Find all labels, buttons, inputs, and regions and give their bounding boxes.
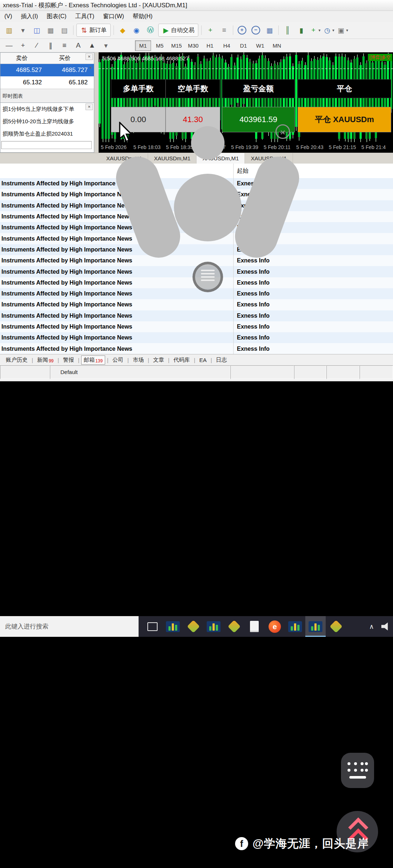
window-titlebar[interactable]: xness-Trial - 模拟帐户 - Exness Technologies…: [0, 0, 393, 11]
auto-trading-button[interactable]: ▶自动交易: [158, 24, 198, 37]
close-position-button[interactable]: 平仓 XAUUSDm: [298, 107, 391, 132]
volume-icon[interactable]: [381, 622, 391, 631]
timeframe-h4[interactable]: H4: [219, 40, 235, 51]
indicators-icon[interactable]: +: [203, 24, 217, 36]
terminal-mail-row[interactable]: Instruments Affected by High Importance …: [0, 288, 393, 299]
timeframe-m5[interactable]: M5: [152, 40, 168, 51]
market-watch-row[interactable]: 65.13265.182: [0, 76, 94, 89]
menu-item-2[interactable]: 插入(I): [16, 13, 42, 20]
terminal-mail-row[interactable]: Instruments Affected by High Importance …: [0, 255, 393, 266]
column-header-sell[interactable]: 卖价: [0, 55, 43, 62]
new-chart-icon[interactable]: ▥: [2, 24, 16, 36]
timeframe-mn[interactable]: MN: [269, 40, 285, 51]
terminal-tab-9[interactable]: EA: [197, 356, 209, 364]
new-chart-icon-glyph: ▥: [5, 26, 13, 35]
toolbar-separator: [278, 25, 279, 35]
terminal-mail-row[interactable]: Instruments Affected by High Importance …: [0, 321, 393, 332]
text-tool-icon[interactable]: A: [71, 39, 85, 52]
terminal-tab-1[interactable]: 账户历史: [4, 356, 30, 364]
chart-time-axis: 5 Feb 20265 Feb 18:035 Feb 18:355 Feb 19…: [99, 142, 393, 153]
taskbar-search-input[interactable]: 此键入进行搜索: [0, 616, 139, 637]
profiles-icon[interactable]: ◫: [30, 24, 44, 36]
navigator-search-input[interactable]: [1, 141, 92, 149]
menu-item-3[interactable]: 图表(C): [42, 13, 71, 20]
mt4-setup-1-icon[interactable]: [183, 616, 203, 637]
timeframe-h1[interactable]: H1: [202, 40, 218, 51]
market-watch-scroll-down-icon[interactable]: ▼: [89, 66, 92, 70]
terminal-tab-2[interactable]: 新闻99: [35, 356, 56, 364]
community-icon[interactable]: ◉: [130, 24, 143, 36]
timeframe-m15[interactable]: M15: [168, 40, 184, 51]
terminal-mail-row[interactable]: Instruments Affected by High Importance …: [0, 332, 393, 343]
terminal-tab-4[interactable]: 邮箱139: [81, 355, 105, 365]
terminal-mail-row[interactable]: Instruments Affected by High Importance …: [0, 310, 393, 321]
notepad-icon[interactable]: [244, 616, 265, 637]
arrows-tool-icon[interactable]: ▲: [85, 39, 99, 52]
mql5-web-icon[interactable]: Ⓦ: [143, 24, 157, 36]
terminal-tab-6[interactable]: 市场: [131, 356, 146, 364]
market-watch-row[interactable]: 4685.5274685.727: [0, 64, 94, 76]
toolbar-separator: [73, 25, 74, 35]
terminal-tab-10[interactable]: 日志: [214, 356, 229, 364]
crosshair-tool-icon[interactable]: +: [16, 39, 30, 52]
navigator-item-1[interactable]: 损1分钟5当上穿均线做多下单: [0, 103, 94, 115]
panel-splitter[interactable]: [94, 52, 99, 153]
overlay-close-button[interactable]: ×: [275, 124, 290, 139]
menu-item-5[interactable]: 窗口(W): [99, 13, 128, 20]
keyboard-fab-button[interactable]: [341, 753, 374, 788]
timeframe-bar: M1M5M15M30H1H4D1W1MN: [135, 40, 285, 51]
templates-icon[interactable]: ▣▾: [336, 24, 350, 36]
zoom-in-icon[interactable]: +: [235, 24, 249, 36]
draw-more-caret-icon[interactable]: ▾: [99, 39, 113, 52]
tile-windows-icon[interactable]: ▦: [263, 24, 277, 36]
column-header-from[interactable]: 起始: [237, 167, 249, 175]
alerts-icon[interactable]: ◆: [116, 24, 130, 36]
add-indicator-icon[interactable]: +▾: [308, 24, 322, 36]
timeframe-m1[interactable]: M1: [135, 40, 151, 51]
zoom-out-icon[interactable]: −: [249, 24, 263, 36]
navigator-item-3[interactable]: 损顺势加仓止盈止损2024031: [0, 128, 94, 140]
terminal-mail-row[interactable]: Instruments Affected by High Importance …: [0, 343, 393, 354]
menu-item-4[interactable]: 工具(T): [71, 13, 99, 20]
terminal-tab-7[interactable]: 文章: [151, 356, 166, 364]
terminal-tab-3[interactable]: 警报: [61, 356, 76, 364]
bar-style-icon[interactable]: ║: [281, 24, 294, 36]
objects-list-icon[interactable]: ≡: [217, 24, 231, 36]
chart-canvas[interactable]: 5.506 4688.506 4685.168 4688.527 [博弈]多空 …: [99, 52, 393, 142]
data-window-icon[interactable]: ▤: [57, 24, 71, 36]
candle-style-icon[interactable]: ▮: [294, 24, 308, 36]
mt4-terminal-3-icon[interactable]: [285, 616, 305, 637]
mt4-terminal-2-icon[interactable]: [203, 616, 224, 637]
task-view-icon[interactable]: [142, 616, 163, 637]
navigator-item-2[interactable]: 损5分钟10-20当上穿均线做多: [0, 115, 94, 128]
timeframe-m30[interactable]: M30: [185, 40, 201, 51]
market-watch-tab-charts[interactable]: 即时图表: [3, 93, 23, 100]
terminal-tab-5[interactable]: 公司: [110, 356, 126, 364]
chart-tab-2[interactable]: XAUUSDm,M1: [148, 153, 196, 164]
mt4-terminal-4-icon[interactable]: [305, 616, 326, 637]
market-watch-close-icon[interactable]: ×: [86, 53, 93, 60]
mt4-setup-2-icon[interactable]: [224, 616, 244, 637]
mt4-terminal-1-icon[interactable]: [163, 616, 183, 637]
fibonacci-tool-icon[interactable]: ≡: [57, 39, 71, 52]
menu-item-6[interactable]: 帮助(H): [128, 13, 157, 20]
new-order-button[interactable]: ⇅新订单: [76, 24, 111, 37]
browser-icon[interactable]: e: [265, 616, 285, 637]
terminal-mail-row[interactable]: Instruments Affected by High Importance …: [0, 299, 393, 310]
channel-tool-icon[interactable]: ∥: [44, 39, 57, 52]
timeframe-w1[interactable]: W1: [252, 40, 268, 51]
cycle-charts-icon[interactable]: ▦: [44, 24, 57, 36]
column-header-buy[interactable]: 买价: [43, 55, 86, 62]
timeframe-d1[interactable]: D1: [235, 40, 251, 51]
terminal-tab-8[interactable]: 代码库: [171, 356, 192, 364]
floating-menu-button[interactable]: [192, 262, 223, 292]
terminal-mail-row[interactable]: Instruments Affected by High Importance …: [0, 244, 393, 255]
mt4-setup-3-icon[interactable]: [326, 616, 346, 637]
cursor-tool-icon[interactable]: —: [2, 39, 16, 52]
periods-icon[interactable]: ◷▾: [322, 24, 336, 36]
chart-list-caret-icon[interactable]: ▾: [16, 24, 30, 36]
trendline-tool-icon[interactable]: ∕: [30, 39, 44, 52]
menu-item-1[interactable]: (V): [0, 13, 16, 20]
tray-expand-icon[interactable]: ∧: [367, 623, 376, 631]
navigator-close-icon[interactable]: ×: [86, 104, 93, 110]
